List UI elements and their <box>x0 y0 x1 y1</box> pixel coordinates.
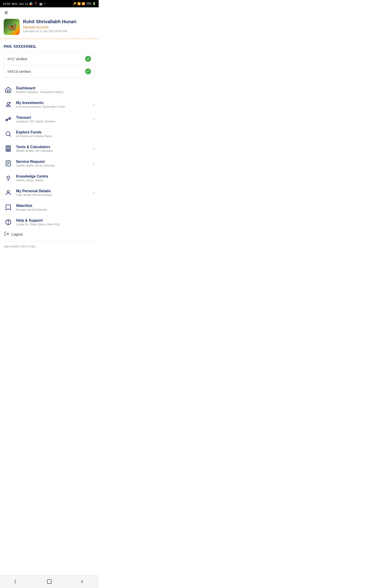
close-button[interactable] <box>0 7 99 18</box>
logout-label: Logout <box>11 233 23 237</box>
pan-prefix: PAN: <box>4 44 13 48</box>
personal-subtitle: View, Modify Personal Details <box>16 193 90 197</box>
bottom-divider <box>0 241 99 242</box>
fatca-item: FATCA Verified ✓ <box>4 65 95 78</box>
calculator-icon <box>4 145 12 153</box>
verification-cards: KYC Verified ✓ FATCA Verified ✓ <box>4 52 95 78</box>
tools-arrow: › <box>93 146 94 151</box>
search-icon <box>4 130 12 138</box>
investments-text: My Investments Current Investments, Syst… <box>16 101 90 108</box>
fatca-label: FATCA Verified <box>8 69 31 73</box>
svg-point-13 <box>9 150 10 151</box>
dashboard-text: Dashboard Portfolio Valuation, Transacti… <box>16 86 94 94</box>
knowledge-icon <box>4 174 12 182</box>
home-icon <box>4 86 12 94</box>
service-subtitle: Update Mobile, Email, Nominee <box>16 164 90 167</box>
bookmark-icon <box>4 203 12 212</box>
explore-title: Explore Funds <box>16 130 94 134</box>
battery-label: 76% <box>86 2 92 5</box>
personal-title: My Personal Details <box>16 189 90 193</box>
service-icon <box>4 159 12 167</box>
last-login: Last login on 12 Jun 2023 06:45 PM <box>23 30 76 33</box>
help-icon <box>4 218 12 226</box>
kyc-check-icon: ✓ <box>85 56 91 62</box>
investments-subtitle: Current Investments, Systematic Corner <box>16 105 90 108</box>
svg-point-21 <box>7 190 9 193</box>
svg-point-10 <box>9 149 10 149</box>
tools-title: Tools & Calculators <box>16 145 90 149</box>
investments-title: My Investments <box>16 101 90 105</box>
service-text: Service Request Update Mobile, Email, No… <box>16 160 90 167</box>
logout-section[interactable]: Logout <box>0 229 99 240</box>
investments-arrow: › <box>93 102 94 107</box>
menu-item-dashboard[interactable]: Dashboard Portfolio Valuation, Transacti… <box>2 82 97 97</box>
wifi-icon: 📶 <box>77 2 81 5</box>
service-arrow: › <box>93 161 94 166</box>
svg-point-2 <box>7 102 9 104</box>
pan-section: PAN: XXXXXX581L <box>0 43 99 52</box>
tools-text: Tools & Calculators Wealth Builder, SIP … <box>16 145 90 153</box>
signal-icon: 📶 <box>82 2 85 5</box>
personal-arrow: › <box>93 190 94 195</box>
logout-icon <box>4 231 9 237</box>
investments-icon <box>4 100 12 109</box>
explore-text: Explore Funds All Funds and Scheme Packs <box>16 130 94 138</box>
time: 18:50 <box>3 2 10 6</box>
watchlist-subtitle: Manage Saved Schemes <box>16 208 94 211</box>
person-icon <box>4 189 12 197</box>
main-content: 🦋 Rohit Shrivallabh Hunari Manage Accoun… <box>0 7 99 255</box>
svg-rect-7 <box>7 147 10 148</box>
transact-arrow: › <box>93 117 94 122</box>
menu-item-knowledge[interactable]: Knowledge Centre Articles, Blogs, Videos <box>2 171 97 185</box>
menu-list: Dashboard Portfolio Valuation, Transacti… <box>0 82 99 229</box>
svg-point-11 <box>7 150 8 151</box>
service-title: Service Request <box>16 160 90 164</box>
dotted-divider <box>0 39 99 39</box>
svg-point-23 <box>8 223 8 224</box>
kyc-label: KYC Verified <box>8 57 27 61</box>
circle-icon <box>29 2 33 5</box>
app-version: App version 130.3 (Uat) <box>0 242 99 250</box>
knowledge-text: Knowledge Centre Articles, Blogs, Videos <box>16 174 94 182</box>
pan-number: XXXXXX581L <box>13 44 36 48</box>
svg-point-9 <box>8 149 9 149</box>
help-title: Help & Support <box>16 218 94 223</box>
profile-info: Rohit Shrivallabh Hunari Manage Account … <box>23 19 76 33</box>
svg-line-5 <box>10 135 11 137</box>
svg-point-12 <box>8 150 9 151</box>
svg-point-18 <box>7 176 10 179</box>
android-icon: 🤖 <box>39 2 43 6</box>
help-text: Help & Support Locate Us, Raise Query, V… <box>16 218 94 226</box>
avatar: 🦋 <box>4 19 20 35</box>
watchlist-title: Watchlist <box>16 204 94 208</box>
user-name: Rohit Shrivallabh Hunari <box>23 19 76 24</box>
menu-item-transact[interactable]: Transact Lumpsum, SIP, Switch, Redeem › <box>2 112 97 127</box>
svg-point-4 <box>6 132 10 136</box>
transact-subtitle: Lumpsum, SIP, Switch, Redeem <box>16 120 90 123</box>
key-icon: 🔑 <box>73 2 76 5</box>
menu-item-personal[interactable]: My Personal Details View, Modify Persona… <box>2 185 97 200</box>
location-icon: 📍 <box>34 2 38 6</box>
avatar-image: 🦋 <box>7 22 17 32</box>
profile-section: 🦋 Rohit Shrivallabh Hunari Manage Accoun… <box>0 18 99 39</box>
kyc-item: KYC Verified ✓ <box>4 52 95 65</box>
dashboard-title: Dashboard <box>16 86 94 90</box>
personal-text: My Personal Details View, Modify Persona… <box>16 189 90 197</box>
menu-item-service[interactable]: Service Request Update Mobile, Email, No… <box>2 156 97 171</box>
transact-title: Transact <box>16 115 90 120</box>
knowledge-subtitle: Articles, Blogs, Videos <box>16 179 94 182</box>
status-right: 🔑 📶 📶 76% 🔋 <box>73 2 96 5</box>
menu-item-watchlist[interactable]: Watchlist Manage Saved Schemes <box>2 200 97 215</box>
menu-item-help[interactable]: Help & Support Locate Us, Raise Query, V… <box>2 215 97 229</box>
transact-icon <box>4 115 12 123</box>
svg-point-8 <box>7 149 8 149</box>
manage-account-link[interactable]: Manage Account <box>23 25 76 29</box>
dashboard-subtitle: Portfolio Valuation, Transaction History <box>16 90 94 94</box>
pan-label: PAN: XXXXXX581L <box>4 44 95 49</box>
menu-item-investments[interactable]: My Investments Current Investments, Syst… <box>2 97 97 112</box>
menu-item-tools[interactable]: Tools & Calculators Wealth Builder, SIP … <box>2 141 97 156</box>
menu-item-explore[interactable]: Explore Funds All Funds and Scheme Packs <box>2 127 97 141</box>
transact-text: Transact Lumpsum, SIP, Switch, Redeem <box>16 115 90 123</box>
help-subtitle: Locate Us, Raise Query, View FAQs <box>16 223 94 226</box>
explore-subtitle: All Funds and Scheme Packs <box>16 135 94 138</box>
